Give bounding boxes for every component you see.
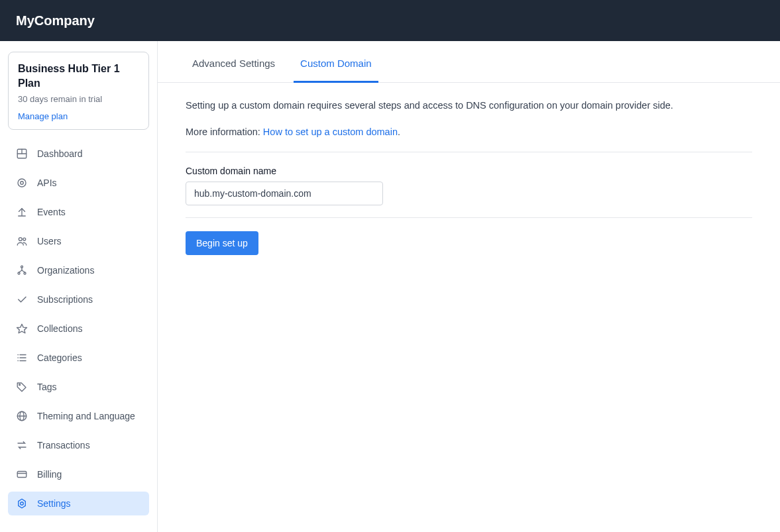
brand-logo: MyCompany — [16, 13, 95, 28]
plan-card: Business Hub Tier 1 Plan 30 days remain … — [8, 52, 149, 130]
sidebar-item-label: Categories — [37, 352, 82, 363]
divider — [186, 217, 752, 218]
svg-point-7 — [23, 238, 26, 240]
sidebar-item-theming[interactable]: Theming and Language — [8, 404, 149, 428]
custom-domain-label: Custom domain name — [186, 166, 752, 176]
tab-advanced-settings[interactable]: Advanced Settings — [186, 42, 282, 83]
info-line-2-suffix: . — [398, 127, 400, 137]
tabs: Advanced Settings Custom Domain — [158, 41, 780, 83]
svg-point-4 — [18, 179, 26, 187]
tab-custom-domain[interactable]: Custom Domain — [294, 42, 378, 83]
plan-subtitle: 30 days remain in trial — [18, 94, 139, 104]
globe-icon — [16, 410, 28, 422]
svg-point-3 — [21, 182, 24, 185]
apis-icon — [16, 177, 28, 189]
sidebar-item-organizations[interactable]: Organizations — [8, 258, 149, 282]
dashboard-icon — [16, 148, 28, 160]
tags-icon — [16, 381, 28, 393]
sidebar-item-label: Tags — [37, 382, 57, 392]
sidebar-item-categories[interactable]: Categories — [8, 346, 149, 370]
transactions-icon — [16, 439, 28, 451]
sidebar-item-label: Settings — [37, 498, 71, 509]
sidebar-item-label: Transactions — [37, 440, 90, 451]
manage-plan-link[interactable]: Manage plan — [18, 111, 68, 121]
custom-domain-field: Custom domain name — [186, 166, 752, 205]
sidebar-item-label: Subscriptions — [37, 294, 93, 305]
sidebar: Business Hub Tier 1 Plan 30 days remain … — [0, 41, 158, 532]
sidebar-item-billing[interactable]: Billing — [8, 462, 149, 486]
sidebar-item-transactions[interactable]: Transactions — [8, 433, 149, 457]
sidebar-item-subscriptions[interactable]: Subscriptions — [8, 288, 149, 311]
categories-icon — [16, 352, 28, 364]
sidebar-item-users[interactable]: Users — [8, 229, 149, 253]
main-content: Advanced Settings Custom Domain Setting … — [158, 41, 780, 532]
how-to-link[interactable]: How to set up a custom domain — [263, 127, 398, 137]
events-icon — [16, 206, 28, 218]
subscriptions-icon — [16, 293, 28, 305]
sidebar-item-apis[interactable]: APIs — [8, 171, 149, 195]
svg-point-25 — [21, 502, 24, 505]
sidebar-item-label: Collections — [37, 323, 82, 334]
sidebar-nav: Dashboard APIs Events Users — [8, 142, 149, 515]
sidebar-item-label: Dashboard — [37, 148, 83, 159]
sidebar-item-tags[interactable]: Tags — [8, 375, 149, 399]
layout: Business Hub Tier 1 Plan 30 days remain … — [0, 41, 780, 532]
billing-icon — [16, 468, 28, 480]
svg-marker-24 — [19, 499, 26, 508]
sidebar-item-label: Users — [37, 236, 62, 246]
sidebar-item-label: Organizations — [37, 265, 94, 276]
users-icon — [16, 235, 28, 247]
svg-marker-11 — [17, 324, 27, 333]
tab-panel-custom-domain: Setting up a custom domain requires seve… — [158, 83, 780, 271]
sidebar-item-label: APIs — [37, 178, 57, 188]
info-block: Setting up a custom domain requires seve… — [186, 99, 752, 140]
info-line-1: Setting up a custom domain requires seve… — [186, 99, 752, 113]
settings-icon — [16, 498, 28, 509]
svg-point-6 — [19, 237, 22, 240]
svg-rect-22 — [17, 471, 27, 477]
organizations-icon — [16, 264, 28, 276]
svg-point-18 — [19, 384, 21, 385]
sidebar-item-collections[interactable]: Collections — [8, 317, 149, 341]
divider — [186, 152, 752, 152]
info-line-2-prefix: More information: — [186, 127, 263, 137]
info-line-2: More information: How to set up a custom… — [186, 125, 752, 140]
custom-domain-input[interactable] — [186, 182, 383, 205]
sidebar-item-settings[interactable]: Settings — [8, 492, 149, 515]
sidebar-item-dashboard[interactable]: Dashboard — [8, 142, 149, 166]
collections-icon — [16, 323, 28, 335]
sidebar-item-label: Billing — [37, 469, 62, 480]
app-header: MyCompany — [0, 0, 780, 41]
sidebar-item-label: Events — [37, 207, 66, 217]
sidebar-item-label: Theming and Language — [37, 411, 135, 421]
sidebar-item-events[interactable]: Events — [8, 200, 149, 224]
plan-title: Business Hub Tier 1 Plan — [18, 62, 139, 91]
begin-setup-button[interactable]: Begin set up — [186, 231, 258, 255]
